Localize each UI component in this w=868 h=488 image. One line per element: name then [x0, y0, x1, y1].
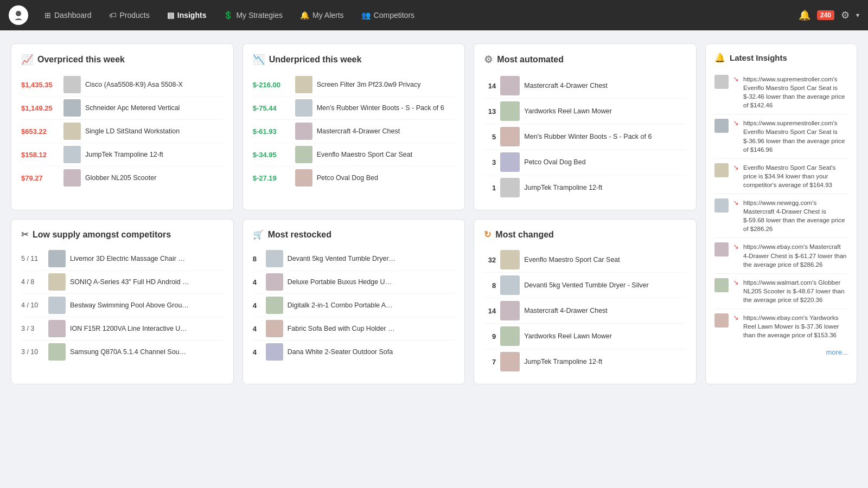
restock-name: Dana White 2-Seater Outdoor Sofa	[288, 348, 393, 356]
nav-item-dashboard[interactable]: ⊞ Dashboard	[37, 7, 99, 24]
overpriced-item[interactable]: $79.27 Globber NL205 Scooter	[21, 166, 224, 189]
changed-item[interactable]: 8 Devanti 5kg Vented Tumble Dryer - Silv…	[484, 273, 686, 298]
nav-label-strategies: My Strategies	[236, 11, 283, 20]
automated-item[interactable]: 14 Mastercraft 4-Drawer Chest	[484, 73, 686, 99]
insight-down-arrow: ↘	[733, 163, 739, 189]
supply-item[interactable]: 3 / 10 Samsung Q870A 5.1.4 Channel Sound…	[21, 341, 224, 363]
insight-item[interactable]: ↘ https://www.ebay.com's Mastercraft 4-D…	[714, 238, 848, 273]
insight-text: https://www.newegg.com's Mastercraft 4-D…	[743, 198, 848, 233]
overpriced-price: $1,149.25	[21, 104, 59, 112]
changed-count: 14	[484, 307, 496, 315]
insight-text: https://www.supremestroller.com's Evenfl…	[743, 119, 848, 153]
restock-count: 4	[253, 301, 261, 310]
underpriced-item[interactable]: $-34.95 Evenflo Maestro Sport Car Seat	[253, 143, 455, 166]
automated-item[interactable]: 3 Petco Oval Dog Bed	[484, 150, 686, 175]
insight-down-arrow: ↘	[733, 198, 739, 233]
overpriced-item[interactable]: $1,149.25 Schneider Apc Metered Vertical	[21, 97, 224, 120]
overpriced-card: 📈 Overpriced this week $1,435.35 Cisco (…	[11, 43, 234, 210]
insight-thumb	[714, 198, 729, 213]
insight-item[interactable]: ↘ Evenflo Maestro Sport Car Seat's price…	[714, 159, 848, 194]
automated-icon: ⚙	[484, 54, 493, 66]
overpriced-item[interactable]: $653.22 Single LD SitStand Workstation	[21, 120, 224, 143]
underpriced-price: $-61.93	[253, 127, 291, 136]
insight-item[interactable]: ↘ https://www.newegg.com's Mastercraft 4…	[714, 194, 848, 238]
overpriced-name: Schneider Apc Metered Vertical	[85, 104, 180, 112]
nav-item-my-strategies[interactable]: 💲 My Strategies	[216, 7, 290, 24]
supply-item[interactable]: 5 / 11 Livemor 3D Electric Massage Chair…	[21, 247, 224, 271]
alerts-icon: 🔔	[300, 11, 309, 20]
automated-item[interactable]: 13 Yardworks Reel Lawn Mower	[484, 99, 686, 124]
insight-item[interactable]: ↘ https://www.supremestroller.com's Even…	[714, 114, 848, 158]
overpriced-name: Globber NL205 Scooter	[85, 174, 156, 182]
insight-thumb	[714, 313, 729, 328]
restock-item[interactable]: 8 Devanti 5kg Vented Tumble Dryer - Silv…	[253, 247, 455, 271]
restock-item[interactable]: 4 Fabric Sofa Bed with Cup Holder 3 Seat…	[253, 317, 455, 341]
overpriced-price: $79.27	[21, 174, 59, 182]
latest-insights-card: 🔔 Latest Insights ↘ https://www.supremes…	[705, 43, 857, 384]
supply-list: 5 / 11 Livemor 3D Electric Massage Chair…	[21, 247, 224, 363]
insight-item[interactable]: ↘ https://www.walmart.com's Globber NL20…	[714, 274, 848, 309]
insights-icon: ▤	[167, 11, 174, 20]
insight-thumb	[714, 75, 729, 89]
supply-name: ION F15R 1200VA Line Interactive UPS 1RU…	[70, 325, 189, 332]
restock-item[interactable]: 4 Deluxe Portable Buxus Hedge UV Resista…	[253, 271, 455, 294]
most-automated-card: ⚙ Most automated 14 Mastercraft 4-Drawer…	[474, 43, 697, 210]
restock-count: 4	[253, 325, 261, 333]
overpriced-item[interactable]: $1,435.35 Cisco (Asa5508-K9) Asa 5508-X	[21, 73, 224, 97]
automated-name: Men's Rubber Winter Boots - S - Pack of …	[524, 133, 652, 140]
underpriced-item[interactable]: $-27.19 Petco Oval Dog Bed	[253, 166, 455, 189]
insight-thumb	[714, 242, 729, 256]
svg-point-1	[16, 11, 21, 16]
changed-count: 8	[484, 281, 496, 290]
automated-count: 5	[484, 133, 496, 141]
competitors-icon: 👥	[361, 11, 371, 20]
settings-button[interactable]: ⚙	[841, 9, 850, 21]
nav-item-products[interactable]: 🏷 Products	[101, 7, 157, 24]
strategies-icon: 💲	[224, 11, 233, 20]
bell-button[interactable]: 🔔	[799, 9, 810, 21]
insight-item[interactable]: ↘ https://www.supremestroller.com's Even…	[714, 70, 848, 114]
underpriced-price: $-75.44	[253, 104, 291, 112]
profile-dropdown-arrow[interactable]: ▾	[856, 11, 859, 19]
underpriced-item[interactable]: $-216.00 Screen Filter 3m Pf23.0w9 Priva…	[253, 73, 455, 97]
nav-item-competitors[interactable]: 👥 Competitors	[354, 7, 422, 24]
overpriced-price: $158.12	[21, 151, 59, 159]
nav-item-insights[interactable]: ▤ Insights	[159, 7, 214, 24]
overpriced-item[interactable]: $158.12 JumpTek Trampoline 12-ft	[21, 143, 224, 166]
automated-item[interactable]: 5 Men's Rubber Winter Boots - S - Pack o…	[484, 124, 686, 150]
automated-item[interactable]: 1 JumpTek Trampoline 12-ft	[484, 175, 686, 200]
low-supply-icon: ✂	[21, 229, 28, 240]
overpriced-title: 📈 Overpriced this week	[21, 54, 224, 66]
changed-item[interactable]: 14 Mastercraft 4-Drawer Chest	[484, 298, 686, 324]
low-supply-title: ✂ Low supply amongst competitors	[21, 229, 224, 240]
underpriced-item[interactable]: $-75.44 Men's Rubber Winter Boots - S - …	[253, 97, 455, 120]
nav-item-my-alerts[interactable]: 🔔 My Alerts	[292, 7, 352, 24]
supply-name: Bestway Swimming Pool Above Ground Pools…	[70, 301, 189, 309]
more-insights-link[interactable]: more...	[714, 348, 848, 356]
underpriced-price: $-34.95	[253, 151, 291, 159]
insight-item[interactable]: ↘ https://www.ebay.com's Yardworks Reel …	[714, 309, 848, 344]
insights-list: ↘ https://www.supremestroller.com's Even…	[714, 70, 848, 344]
most-changed-card: ↻ Most changed 32 Evenflo Maestro Sport …	[474, 219, 697, 384]
nav-right: 🔔 240 ⚙ ▾	[799, 9, 859, 21]
automated-count: 14	[484, 82, 496, 90]
supply-item[interactable]: 3 / 3 ION F15R 1200VA Line Interactive U…	[21, 317, 224, 341]
low-supply-card: ✂ Low supply amongst competitors 5 / 11 …	[11, 219, 234, 384]
changed-name: Evenflo Maestro Sport Car Seat	[524, 256, 620, 264]
supply-ratio: 4 / 10	[21, 301, 44, 309]
automated-count: 1	[484, 184, 496, 192]
insight-text: https://www.walmart.com's Globber NL205 …	[743, 278, 848, 304]
supply-name: Livemor 3D Electric Massage Chair Shiats…	[70, 255, 189, 262]
changed-item[interactable]: 32 Evenflo Maestro Sport Car Seat	[484, 247, 686, 273]
changed-item[interactable]: 7 JumpTek Trampoline 12-ft	[484, 349, 686, 374]
automated-list: 14 Mastercraft 4-Drawer Chest 13 Yardwor…	[484, 73, 686, 200]
supply-item[interactable]: 4 / 8 SONIQ A-Series 43" Full HD Android…	[21, 271, 224, 294]
underpriced-card: 📉 Underpriced this week $-216.00 Screen …	[242, 43, 465, 210]
restock-item[interactable]: 4 Dana White 2-Seater Outdoor Sofa	[253, 341, 455, 363]
changed-item[interactable]: 9 Yardworks Reel Lawn Mower	[484, 324, 686, 349]
underpriced-name: Petco Oval Dog Bed	[317, 174, 378, 182]
restock-item[interactable]: 4 Digitalk 2-in-1 Combo Portable A4 1200…	[253, 294, 455, 317]
underpriced-item[interactable]: $-61.93 Mastercraft 4-Drawer Chest	[253, 120, 455, 143]
supply-item[interactable]: 4 / 10 Bestway Swimming Pool Above Groun…	[21, 294, 224, 317]
nav-label-alerts: My Alerts	[312, 11, 344, 20]
